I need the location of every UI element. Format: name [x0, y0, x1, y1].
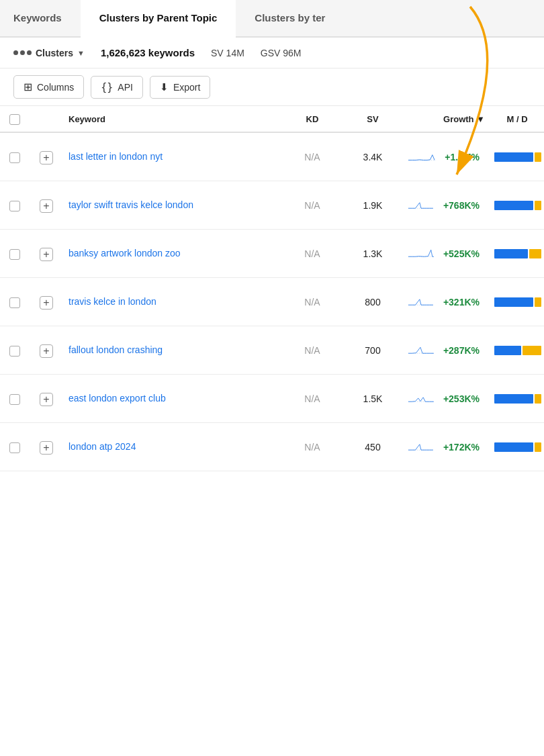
sv-value: 1.9K: [343, 200, 403, 211]
th-kd: KD: [282, 114, 343, 124]
keyword-link[interactable]: banksy artwork london zoo: [69, 248, 181, 258]
stats-row: Clusters ▼ 1,626,623 keywords SV 14M GSV…: [0, 38, 544, 68]
table-header: Keyword KD SV Growth ▼ M / D: [0, 106, 544, 133]
gsv-stat: GSV 96M: [261, 48, 302, 58]
table-row: +east london export clubN/A1.5K+253K%: [0, 375, 544, 423]
keyword-table: Keyword KD SV Growth ▼ M / D +last lette…: [0, 106, 544, 471]
api-label: API: [118, 82, 133, 93]
row-checkbox[interactable]: [9, 201, 20, 211]
table-row: +travis kelce in londonN/A800+321K%: [0, 278, 544, 326]
table-row: +last letter in london nytN/A3.4K+1.4M%: [0, 133, 544, 181]
clusters-chevron-icon: ▼: [77, 49, 85, 57]
md-bar: [490, 442, 544, 452]
th-md: M / D: [490, 114, 544, 124]
sparkline-chart: [408, 243, 434, 265]
add-keyword-button[interactable]: +: [40, 296, 53, 310]
export-icon: ⬇: [160, 81, 169, 93]
add-keyword-button[interactable]: +: [40, 441, 53, 455]
sv-value: 3.4K: [343, 152, 403, 162]
keyword-link[interactable]: london atp 2024: [69, 441, 136, 452]
md-bar: [490, 394, 544, 404]
kd-value: N/A: [282, 152, 343, 162]
toolbar-row: ⊞ Columns {} API ⬇ Export: [0, 68, 544, 106]
add-keyword-button[interactable]: +: [40, 344, 53, 358]
th-sv: SV: [343, 114, 403, 124]
clusters-label-text: Clusters: [36, 48, 73, 58]
bar-blue: [494, 394, 533, 404]
bar-blue: [494, 152, 533, 162]
table-row: +banksy artwork london zooN/A1.3K+525K%: [0, 230, 544, 278]
bar-blue: [494, 442, 533, 452]
table-row: +taylor swift travis kelce londonN/A1.9K…: [0, 181, 544, 230]
kd-value: N/A: [282, 345, 343, 356]
row-checkbox[interactable]: [9, 394, 20, 405]
add-keyword-button[interactable]: +: [40, 248, 53, 261]
bar-blue: [494, 297, 533, 307]
bar-blue: [494, 201, 533, 210]
growth-value: +768K%: [438, 200, 485, 211]
sparkline-chart: [408, 436, 434, 458]
table-row: +london atp 2024N/A450+172K%: [0, 423, 544, 471]
add-keyword-button[interactable]: +: [40, 393, 53, 406]
th-growth[interactable]: Growth ▼: [403, 114, 490, 124]
keyword-link[interactable]: east london export club: [69, 393, 166, 404]
sparkline-chart: [408, 146, 435, 168]
kd-value: N/A: [282, 200, 343, 211]
kd-value: N/A: [282, 248, 343, 259]
growth-value: +253K%: [438, 393, 485, 404]
kd-value: N/A: [282, 442, 343, 453]
growth-value: +321K%: [438, 297, 485, 308]
clusters-dots-icon: [13, 50, 32, 55]
md-bar: [490, 152, 544, 162]
select-all-checkbox[interactable]: [9, 114, 20, 125]
tab-keywords[interactable]: Keywords: [0, 0, 81, 38]
add-keyword-button[interactable]: +: [40, 151, 53, 164]
clusters-dropdown[interactable]: Clusters ▼: [13, 48, 85, 58]
row-checkbox[interactable]: [9, 152, 20, 163]
bar-blue: [494, 346, 521, 355]
columns-icon: ⊞: [24, 81, 32, 93]
md-bar: [490, 249, 544, 258]
growth-value: +525K%: [438, 248, 485, 259]
sparkline-chart: [408, 340, 434, 361]
export-button[interactable]: ⬇ Export: [150, 76, 210, 99]
row-checkbox[interactable]: [9, 442, 20, 453]
bar-yellow: [529, 249, 541, 258]
bar-yellow: [535, 201, 541, 210]
table-row: +fallout london crashingN/A700+287K%: [0, 326, 544, 375]
bar-yellow: [535, 442, 541, 452]
bar-blue: [494, 249, 528, 258]
columns-button[interactable]: ⊞ Columns: [13, 75, 84, 99]
keywords-count: 1,626,623 keywords: [101, 47, 195, 58]
keyword-link[interactable]: taylor swift travis kelce london: [69, 199, 193, 210]
tab-clusters-parent[interactable]: Clusters by Parent Topic: [81, 0, 236, 38]
bar-yellow: [535, 152, 541, 162]
bar-yellow: [523, 346, 541, 355]
api-icon: {}: [101, 81, 113, 93]
keyword-link[interactable]: travis kelce in london: [69, 296, 156, 307]
sv-value: 450: [343, 442, 403, 453]
keyword-link[interactable]: last letter in london nyt: [69, 151, 163, 162]
md-bar: [490, 201, 544, 210]
table-rows: +last letter in london nytN/A3.4K+1.4M%+…: [0, 133, 544, 471]
sparkline-chart: [408, 388, 434, 410]
sv-value: 1.5K: [343, 393, 403, 404]
th-keyword: Keyword: [63, 114, 282, 124]
sparkline-chart: [408, 195, 434, 216]
keyword-link[interactable]: fallout london crashing: [69, 344, 163, 355]
sv-value: 700: [343, 345, 403, 356]
add-keyword-button[interactable]: +: [40, 199, 53, 213]
api-button[interactable]: {} API: [91, 76, 143, 99]
bar-yellow: [535, 394, 541, 404]
row-checkbox[interactable]: [9, 249, 20, 260]
sv-stat: SV 14M: [211, 48, 244, 58]
bar-yellow: [535, 297, 541, 307]
growth-value: +1.4M%: [439, 152, 485, 162]
row-checkbox[interactable]: [9, 346, 20, 357]
md-bar: [490, 346, 544, 355]
row-checkbox[interactable]: [9, 297, 20, 308]
export-label: Export: [173, 82, 200, 93]
kd-value: N/A: [282, 297, 343, 308]
columns-label: Columns: [37, 82, 74, 93]
tab-clusters-term[interactable]: Clusters by ter: [236, 0, 344, 38]
